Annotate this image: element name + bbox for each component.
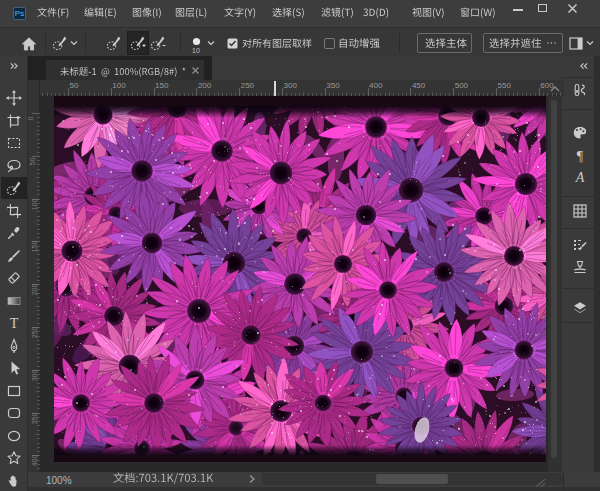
svg-text:A: A bbox=[575, 170, 585, 185]
svg-text:¶: ¶ bbox=[577, 149, 584, 164]
svg-text:T: T bbox=[10, 316, 19, 331]
